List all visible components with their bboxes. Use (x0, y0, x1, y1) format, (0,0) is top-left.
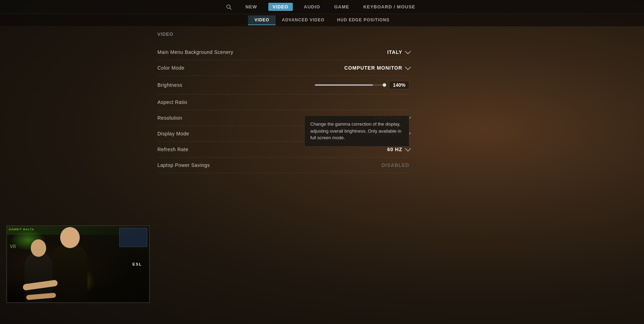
brightness-slider-thumb (383, 83, 386, 87)
setting-label-color-mode: Color Mode (157, 65, 184, 71)
setting-value-text-color-mode: COMPUTER MONITOR (344, 65, 402, 71)
brightness-slider-fill (315, 84, 373, 86)
setting-row-laptop-power-savings: Laptop Power Savings DISABLED (157, 157, 409, 173)
setting-value-color-mode[interactable]: COMPUTER MONITOR (344, 65, 409, 71)
gaming-monitor (119, 228, 147, 247)
setting-label-main-menu-background-scenery: Main Menu Background Scenery (157, 49, 233, 55)
setting-value-main-menu-background-scenery[interactable]: ITALY (387, 49, 409, 55)
search-icon[interactable] (226, 4, 232, 10)
settings-panel: Video Main Menu Background Scenery ITALY… (157, 31, 409, 173)
setting-row-color-mode: Color Mode COMPUTER MONITOR (157, 60, 409, 76)
sub-nav-hud-edge-positions[interactable]: HUD EDGE POSITIONS (331, 15, 396, 25)
setting-value-refresh-rate[interactable]: 60 HZ (387, 147, 409, 152)
esl-badge: ESL (133, 262, 142, 266)
setting-row-main-menu-background-scenery: Main Menu Background Scenery ITALY (157, 44, 409, 60)
sub-nav-advanced-video[interactable]: ADVANCED VIDEO (276, 15, 331, 25)
photo-canvas: GAMBIT MALTA VII ESL (7, 226, 149, 302)
nav-item-audio[interactable]: AUDIO (301, 3, 323, 11)
setting-label-refresh-rate: Refresh Rate (157, 147, 188, 152)
nav-item-keyboard-mouse[interactable]: KEYBOARD / MOUSE (360, 3, 418, 11)
setting-label-laptop-power-savings: Laptop Power Savings (157, 162, 210, 168)
vii-label: VII (10, 244, 16, 249)
setting-label-resolution: Resolution (157, 115, 182, 121)
brightness-slider-track[interactable] (315, 84, 385, 86)
setting-value-text-laptop-power-savings: DISABLED (381, 162, 409, 168)
nav-item-new[interactable]: NEW (243, 3, 260, 11)
setting-row-aspect-ratio: Aspect Ratio Change the gamma correction… (157, 94, 409, 110)
setting-row-brightness: Brightness 140% (157, 76, 409, 94)
nav-item-video[interactable]: VIDEO (268, 3, 292, 11)
brightness-value-label: 140% (389, 81, 409, 89)
malta-label: GAMBIT MALTA (9, 228, 34, 231)
preview-image: GAMBIT MALTA VII ESL (6, 225, 150, 303)
setting-value-text-main-menu-background-scenery: ITALY (387, 49, 402, 55)
setting-label-brightness: Brightness (157, 82, 182, 88)
setting-label-aspect-ratio: Aspect Ratio (157, 99, 187, 105)
sub-nav: VIDEO ADVANCED VIDEO HUD EDGE POSITIONS (0, 14, 644, 27)
sub-nav-video[interactable]: VIDEO (248, 15, 275, 25)
setting-label-display-mode: Display Mode (157, 131, 189, 136)
human-head-1 (31, 239, 46, 257)
tooltip-text: Change the gamma correction of the displ… (310, 121, 401, 140)
setting-value-text-refresh-rate: 60 HZ (387, 147, 402, 152)
human-head-2 (60, 227, 80, 248)
top-nav: NEW VIDEO AUDIO GAME KEYBOARD / MOUSE (0, 0, 644, 14)
svg-line-1 (230, 8, 231, 9)
nav-item-game[interactable]: GAME (331, 3, 352, 11)
human-shape-2 (52, 243, 87, 302)
setting-value-laptop-power-savings: DISABLED (381, 162, 409, 168)
tooltip-brightness: Change the gamma correction of the displ… (304, 115, 409, 147)
settings-section-title: Video (157, 31, 409, 39)
brightness-slider-container: 140% (315, 81, 409, 89)
